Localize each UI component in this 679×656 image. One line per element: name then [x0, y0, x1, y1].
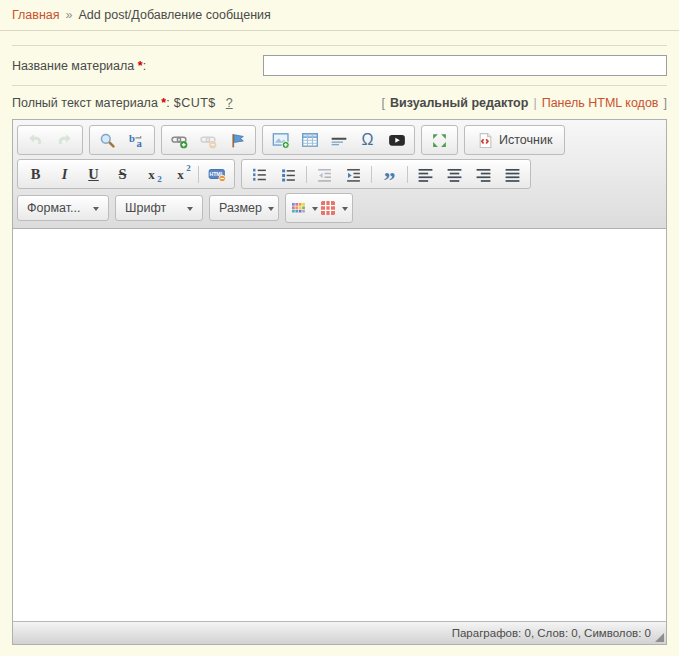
toolbar-row-2: B I U S x2 x2	[17, 159, 662, 189]
remove-format-icon: HTML	[208, 165, 226, 183]
undo-button[interactable]	[21, 128, 50, 152]
outdent-button[interactable]	[310, 162, 339, 186]
visual-editor-toggle[interactable]: Визуальный редактор	[390, 96, 528, 110]
editor-toolbar: b a	[13, 120, 666, 229]
group-separator	[371, 166, 372, 183]
table-grid-icon	[320, 200, 336, 216]
image-icon	[272, 131, 290, 149]
italic-button[interactable]: I	[50, 162, 79, 186]
insert-link-button[interactable]	[165, 128, 194, 152]
source-button[interactable]: Источник	[468, 128, 561, 152]
group-separator	[407, 166, 408, 183]
unlink-button[interactable]	[194, 128, 223, 152]
color-palette-icon	[291, 201, 306, 216]
special-char-button[interactable]: Ω	[353, 128, 382, 152]
unlink-icon	[200, 132, 217, 149]
cut-tag: $CUT$	[174, 96, 216, 110]
link-group	[161, 125, 256, 155]
chevron-down-icon	[93, 207, 99, 214]
label-colon: :	[143, 59, 146, 73]
insert-group: Ω	[262, 125, 415, 155]
italic-icon: I	[62, 167, 68, 182]
strikethrough-icon: S	[118, 167, 126, 182]
breadcrumb-current: Add post/Добавление сообщения	[79, 8, 271, 22]
source-button-label: Источник	[499, 133, 552, 147]
align-center-icon	[446, 166, 463, 183]
format-dropdown[interactable]: Формат...	[17, 195, 109, 221]
maximize-button[interactable]	[425, 128, 454, 152]
strikethrough-button[interactable]: S	[108, 162, 137, 186]
numbered-list-button[interactable]	[245, 162, 274, 186]
color-table-group	[285, 193, 353, 223]
replace-icon: b a	[128, 132, 145, 149]
mode-divider: |	[533, 96, 536, 110]
subscript-button[interactable]: x2	[137, 162, 166, 186]
text-style-group: B I U S x2 x2	[17, 159, 235, 189]
bulleted-list-icon	[280, 166, 297, 183]
breadcrumb-home-link[interactable]: Главная	[12, 8, 60, 22]
find-replace-group: b a	[89, 125, 155, 155]
undo-redo-group	[17, 125, 83, 155]
horizontal-rule-icon	[330, 131, 348, 149]
title-field-row: Название материала *:	[12, 45, 667, 86]
breadcrumb-separator: »	[66, 8, 73, 22]
maximize-group	[421, 125, 458, 155]
insert-table-button[interactable]	[295, 128, 324, 152]
replace-button[interactable]: b a	[122, 128, 151, 152]
insert-video-button[interactable]	[382, 128, 411, 152]
table-builder-dropdown[interactable]	[319, 196, 349, 220]
indent-button[interactable]	[339, 162, 368, 186]
underline-icon: U	[88, 167, 98, 182]
group-separator	[306, 166, 307, 183]
editor-content-area[interactable]	[13, 229, 666, 621]
size-dropdown-label: Размер	[219, 201, 262, 215]
bracket-open: [	[382, 96, 385, 110]
indent-icon	[345, 166, 362, 183]
size-dropdown[interactable]: Размер	[209, 195, 279, 221]
find-button[interactable]	[93, 128, 122, 152]
title-field-label: Название материала *:	[12, 59, 263, 73]
chevron-down-icon	[268, 207, 274, 214]
blockquote-button[interactable]: ”	[375, 162, 404, 186]
align-justify-button[interactable]	[498, 162, 527, 186]
chevron-down-icon	[187, 207, 193, 214]
chevron-down-icon	[312, 207, 318, 214]
resize-grip[interactable]	[655, 633, 664, 642]
breadcrumb: Главная » Add post/Добавление сообщения	[0, 0, 679, 31]
horizontal-rule-button[interactable]	[324, 128, 353, 152]
font-dropdown-label: Шрифт	[125, 201, 166, 215]
bold-button[interactable]: B	[21, 162, 50, 186]
html-panel-toggle[interactable]: Панель HTML кодов	[542, 96, 659, 110]
body-field-row: Полный текст материала *: $CUT$ ? [ Визу…	[12, 86, 667, 119]
chevron-down-icon	[342, 207, 348, 214]
text-color-dropdown[interactable]	[289, 196, 319, 220]
anchor-button[interactable]	[223, 128, 252, 152]
font-dropdown[interactable]: Шрифт	[115, 195, 203, 221]
align-left-button[interactable]	[411, 162, 440, 186]
format-dropdown-label: Формат...	[27, 201, 80, 215]
align-right-button[interactable]	[469, 162, 498, 186]
toolbar-row-1: b a	[17, 125, 662, 155]
align-center-button[interactable]	[440, 162, 469, 186]
outdent-icon	[316, 166, 333, 183]
underline-button[interactable]: U	[79, 162, 108, 186]
align-right-icon	[475, 166, 492, 183]
numbered-list-icon	[251, 166, 268, 183]
superscript-button[interactable]: x2	[166, 162, 195, 186]
svg-text:b: b	[129, 132, 135, 143]
undo-icon	[27, 132, 44, 149]
redo-icon	[56, 132, 73, 149]
table-icon	[301, 131, 319, 149]
word-count-text: Параграфов: 0, Слов: 0, Символов: 0	[452, 627, 651, 639]
redo-button[interactable]	[50, 128, 79, 152]
help-link[interactable]: ?	[226, 96, 233, 110]
insert-image-button[interactable]	[266, 128, 295, 152]
source-group: Источник	[464, 125, 565, 155]
editor-statusbar: Параграфов: 0, Слов: 0, Символов: 0	[13, 621, 666, 644]
search-icon	[99, 132, 116, 149]
remove-format-button[interactable]: HTML	[202, 162, 231, 186]
bulleted-list-button[interactable]	[274, 162, 303, 186]
flag-anchor-icon	[229, 132, 246, 149]
title-input[interactable]	[263, 55, 667, 76]
superscript-icon: x2	[177, 168, 184, 181]
